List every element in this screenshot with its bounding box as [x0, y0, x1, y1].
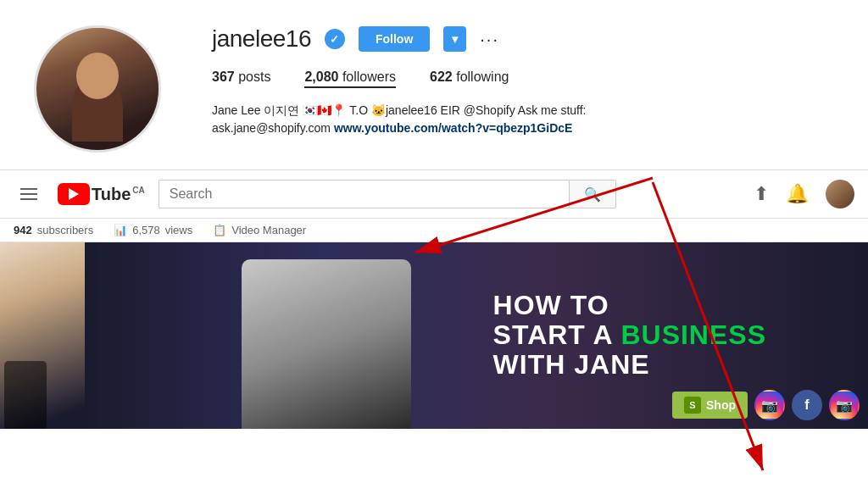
stats-row: 367 posts 2,080 followers 622 following	[212, 69, 834, 88]
bio-line2: ask.jane@shopify.com www.youtube.com/wat…	[212, 119, 834, 137]
follow-dropdown-button[interactable]: ▾	[443, 26, 466, 52]
follow-button[interactable]: Follow	[359, 26, 430, 52]
upload-icon[interactable]: ⬆	[754, 183, 769, 205]
profile-info: janelee16 Follow ▾ ··· 367 posts 2,080 f…	[212, 25, 834, 137]
youtube-play-icon	[58, 183, 90, 205]
views-icon: 📊	[114, 224, 127, 236]
instagram-profile-section: janelee16 Follow ▾ ··· 367 posts 2,080 f…	[0, 0, 868, 170]
shopify-icon: S	[684, 397, 701, 414]
profile-avatar[interactable]	[34, 25, 161, 153]
more-options-button[interactable]: ···	[480, 30, 499, 49]
subscribers-info: 942 subscribers	[14, 224, 93, 236]
bottom-right-bar: S Shop 📷 f 📷	[672, 390, 860, 420]
username: janelee16	[212, 25, 311, 53]
notifications-icon[interactable]: 🔔	[786, 183, 809, 205]
subscribers-count: 942	[14, 224, 32, 236]
search-input[interactable]	[159, 180, 569, 208]
following-stat[interactable]: 622 following	[430, 69, 509, 88]
subscribers-label: subscribers	[37, 224, 93, 236]
facebook-social-icon[interactable]: f	[792, 390, 822, 420]
video-banner[interactable]: HOW TO START A BUSINESS WITH JANE S Shop…	[0, 242, 868, 429]
views-info: 📊 6,578 views	[114, 224, 192, 236]
bio-line1: Jane Lee 이지연 🇰🇷🇨🇦📍 T.O 🐱janelee16 EIR @S…	[212, 102, 834, 119]
youtube-section: TubeCA 🔍 ⬆ 🔔 942 subscribers 📊 6,578 vie…	[0, 170, 868, 242]
video-manager[interactable]: 📋 Video Manager	[213, 224, 306, 236]
bio-link[interactable]: www.youtube.com/watch?v=qbezp1GiDcE	[334, 121, 572, 135]
video-title-line2: START A BUSINESS	[493, 320, 766, 350]
shop-button[interactable]: S Shop	[672, 392, 748, 419]
search-icon: 🔍	[584, 186, 601, 203]
youtube-ca-label: CA	[132, 186, 144, 195]
profile-header-row: janelee16 Follow ▾ ···	[212, 25, 834, 53]
views-label: views	[165, 224, 193, 236]
video-title-line3: WITH JANE	[493, 351, 766, 381]
video-thumbnail-left	[0, 242, 85, 429]
bio-section: Jane Lee 이지연 🇰🇷🇨🇦📍 T.O 🐱janelee16 EIR @S…	[212, 102, 834, 137]
nav-right-icons: ⬆ 🔔	[754, 180, 854, 208]
posts-stat: 367 posts	[212, 69, 270, 88]
youtube-logo[interactable]: TubeCA	[58, 183, 145, 205]
video-manager-icon: 📋	[213, 224, 226, 236]
video-manager-label: Video Manager	[231, 224, 306, 236]
verified-badge-icon	[325, 29, 345, 49]
instagram-social-icon-2[interactable]: 📷	[829, 390, 860, 420]
profile-avatar-wrapper	[34, 25, 161, 153]
video-title-overlay: HOW TO START A BUSINESS WITH JANE	[493, 291, 766, 381]
video-figure	[242, 259, 411, 429]
search-button[interactable]: 🔍	[569, 180, 616, 208]
youtube-navbar: TubeCA 🔍 ⬆ 🔔	[0, 170, 868, 218]
instagram-social-icon[interactable]: 📷	[754, 390, 785, 420]
video-title-line1: HOW TO	[493, 291, 766, 320]
hamburger-menu-icon[interactable]	[14, 181, 44, 207]
views-count: 6,578	[132, 224, 160, 236]
video-title-start-a: START A	[493, 319, 621, 350]
followers-stat[interactable]: 2,080 followers	[304, 69, 396, 88]
youtube-text: TubeCA	[92, 185, 145, 204]
shop-label: Shop	[706, 398, 736, 412]
video-title-business: BUSINESS	[620, 319, 766, 350]
search-container: 🔍	[159, 180, 616, 208]
user-avatar-small[interactable]	[826, 180, 854, 208]
avatar-image	[36, 28, 159, 150]
youtube-sub-bar: 942 subscribers 📊 6,578 views 📋 Video Ma…	[0, 218, 868, 242]
